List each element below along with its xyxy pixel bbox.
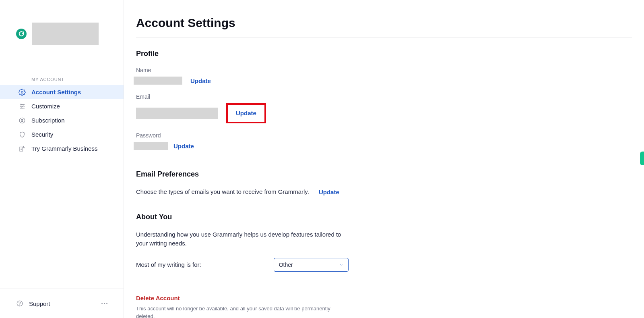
update-name-button[interactable]: Update [190,77,211,84]
writing-for-label: Most of my writing is for: [136,261,201,268]
update-email-button[interactable]: Update [236,110,256,116]
update-email-prefs-button[interactable]: Update [319,189,339,195]
logo-row [16,23,107,55]
sidebar-item-try-business[interactable]: Try Grammarly Business [0,141,124,156]
profile-section: Profile Name Update Email Update Passwor… [136,50,632,150]
name-row: Update [134,77,632,85]
svg-point-12 [19,305,20,305]
svg-rect-8 [20,147,23,151]
password-value-placeholder [134,142,168,150]
sidebar-item-label: Subscription [31,117,65,124]
password-label: Password [136,132,632,139]
profile-heading: Profile [136,50,632,58]
svg-point-5 [23,106,24,107]
support-label: Support [29,300,50,307]
about-desc: Understanding how you use Grammarly help… [136,230,349,248]
email-row: Update [136,103,632,123]
delete-heading[interactable]: Delete Account [136,295,632,301]
about-row: Most of my writing is for: Other [136,258,632,272]
about-heading: About You [136,213,632,221]
svg-point-6 [21,108,22,109]
divider [136,288,632,288]
divider [136,37,632,37]
sidebar-footer: Support [0,289,124,318]
page-title: Account Settings [136,16,632,30]
sidebar-item-account-settings[interactable]: Account Settings [0,85,124,99]
sidebar-section-label: MY ACCOUNT [0,55,124,85]
password-row: Update [134,142,632,150]
sidebar-item-label: Try Grammarly Business [31,145,97,152]
sidebar-header [0,0,124,55]
gear-icon [19,89,26,96]
email-prefs-row: Choose the types of emails you want to r… [136,187,632,197]
writing-for-selected: Other [279,262,293,268]
dollar-icon [19,117,26,124]
more-icon[interactable] [101,303,107,304]
email-prefs-heading: Email Preferences [136,170,632,179]
main-content: Account Settings Profile Name Update Ema… [124,0,644,318]
update-password-button[interactable]: Update [173,143,194,150]
svg-point-0 [21,91,23,93]
email-prefs-desc: Choose the types of emails you want to r… [136,187,309,197]
name-label: Name [136,67,632,73]
sidebar-item-customize[interactable]: Customize [0,99,124,113]
email-label: Email [136,94,632,100]
grammarly-logo-icon [16,29,27,39]
account-name-placeholder [32,23,99,45]
sliders-icon [19,103,26,110]
sidebar-item-subscription[interactable]: Subscription [0,113,124,127]
help-icon [16,300,23,307]
delete-desc: This account will no longer be available… [136,305,349,318]
shield-icon [19,131,26,138]
email-value-placeholder [136,108,218,119]
chevron-down-icon [339,263,343,267]
side-tab-icon[interactable] [640,152,644,165]
about-you-section: About You Understanding how you use Gram… [136,213,632,288]
writing-for-select[interactable]: Other [274,258,349,272]
name-value-placeholder [134,77,182,85]
building-star-icon [19,145,26,152]
support-link[interactable]: Support [16,289,107,318]
sidebar: MY ACCOUNT Account Settings Customize Su… [0,0,124,318]
sidebar-item-label: Security [31,131,53,138]
email-update-highlight: Update [226,103,266,123]
svg-point-4 [21,104,22,105]
delete-account-section: Delete Account This account will no long… [136,295,632,318]
sidebar-item-security[interactable]: Security [0,127,124,141]
sidebar-nav: Account Settings Customize Subscription … [0,85,124,156]
sidebar-item-label: Customize [31,103,60,110]
email-preferences-section: Email Preferences Choose the types of em… [136,170,632,197]
sidebar-item-label: Account Settings [31,89,81,96]
